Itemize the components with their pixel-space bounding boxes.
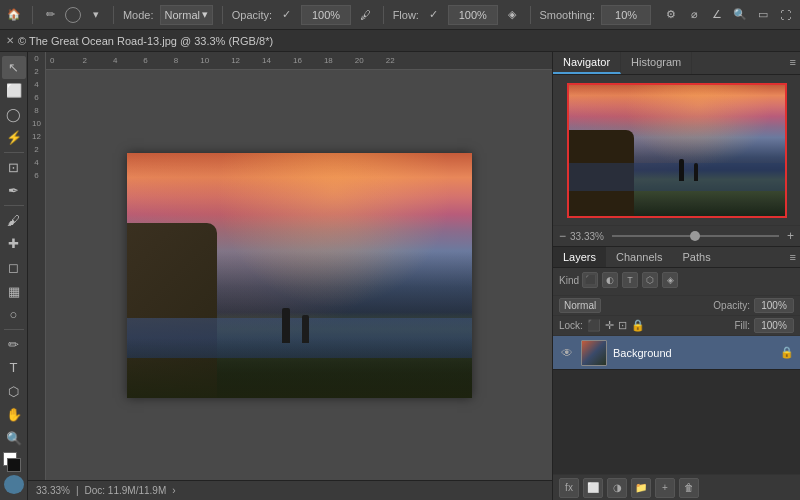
opacity-icon[interactable]: 🖋: [357, 5, 374, 25]
new-group-button[interactable]: 📁: [631, 478, 651, 498]
airbrush-icon[interactable]: ◈: [504, 5, 521, 25]
tab-paths[interactable]: Paths: [673, 247, 721, 267]
opacity-label: Opacity:: [232, 9, 272, 21]
lock-all-icon[interactable]: 🔒: [631, 319, 645, 332]
layer-visibility-icon[interactable]: 👁: [559, 346, 575, 360]
zoom-icon[interactable]: 🔍: [731, 5, 748, 25]
tool-dodge[interactable]: ○: [2, 303, 26, 326]
add-mask-button[interactable]: ⬜: [583, 478, 603, 498]
ruler-left: 0 2 4 6 8 10 12 2 4 6: [28, 52, 46, 500]
tab-channels[interactable]: Channels: [606, 247, 672, 267]
tool-crop[interactable]: ⊡: [2, 156, 26, 179]
opacity-pressure-icon[interactable]: ✓: [278, 5, 295, 25]
canvas-area: 0 2 4 6 8 10 12 14 16 18 20 22 0 2 4 6 8…: [28, 52, 552, 500]
tab-histogram[interactable]: Histogram: [621, 52, 692, 74]
window-icon[interactable]: ▭: [754, 5, 771, 25]
separator: [383, 6, 384, 24]
tool-brush[interactable]: 🖌: [2, 209, 26, 232]
blend-mode-dropdown[interactable]: Normal: [559, 298, 601, 313]
zoom-slider-track[interactable]: [612, 235, 779, 237]
main-layout: ↖ ⬜ ◯ ⚡ ⊡ ✒ 🖌 ✚ ◻ ▦ ○ ✏ T ⬡ ✋ 🔍 0 2 4 6: [0, 52, 800, 500]
background-color[interactable]: [7, 458, 21, 472]
expand-icon[interactable]: ⛶: [777, 5, 794, 25]
tool-type[interactable]: T: [2, 356, 26, 379]
tool-shape[interactable]: ⬡: [2, 380, 26, 403]
tool-move[interactable]: ↖: [2, 56, 26, 79]
navigator-tabs: Navigator Histogram ≡: [553, 52, 800, 75]
tool-hand[interactable]: ✋: [2, 403, 26, 426]
tool-select-rect[interactable]: ⬜: [2, 80, 26, 103]
ruler-top: 0 2 4 6 8 10 12 14 16 18 20 22: [46, 52, 552, 70]
brush-size-icon[interactable]: [64, 5, 81, 25]
status-separator: |: [76, 485, 79, 496]
kind-pixel-icon[interactable]: ⬛: [582, 272, 598, 288]
symmetry-icon[interactable]: ⌀: [686, 5, 703, 25]
mode-dropdown[interactable]: Normal ▾: [160, 5, 213, 25]
fill-value[interactable]: 100%: [754, 318, 794, 333]
smoothing-label: Smoothing:: [539, 9, 595, 21]
color-chips[interactable]: [3, 452, 25, 473]
navigator-menu-icon[interactable]: ≡: [786, 52, 800, 74]
lock-pixels-icon[interactable]: ⬛: [587, 319, 601, 332]
kind-adj-icon[interactable]: ◐: [602, 272, 618, 288]
tab-layers[interactable]: Layers: [553, 247, 606, 267]
lock-artboard-icon[interactable]: ⊡: [618, 319, 627, 332]
settings-icon[interactable]: ⚙: [663, 5, 680, 25]
canvas-content: [46, 70, 552, 480]
tab-navigator[interactable]: Navigator: [553, 52, 621, 74]
layers-list: 👁 Background 🔒: [553, 336, 800, 474]
tool-eraser[interactable]: ◻: [2, 256, 26, 279]
ruler-tick: 0: [34, 52, 38, 65]
zoom-in-button[interactable]: +: [787, 229, 794, 243]
layer-row-background[interactable]: 👁 Background 🔒: [553, 336, 800, 370]
tool-zoom[interactable]: 🔍: [2, 427, 26, 450]
status-arrow: ›: [172, 485, 175, 496]
tool-gradient[interactable]: ▦: [2, 280, 26, 303]
lock-label: Lock:: [559, 320, 583, 331]
lock-move-icon[interactable]: ✛: [605, 319, 614, 332]
image-canvas[interactable]: [127, 153, 472, 398]
separator: [530, 6, 531, 24]
flow-input[interactable]: [448, 5, 498, 25]
nav-rock2: [694, 163, 698, 181]
tool-color-wheel[interactable]: [4, 475, 24, 494]
doc-size: Doc: 11.9M/11.9M: [85, 485, 167, 496]
home-icon[interactable]: 🏠: [6, 5, 23, 25]
tab-label[interactable]: © The Great Ocean Road-13.jpg @ 33.3% (R…: [18, 35, 273, 47]
brush-icon[interactable]: ✏: [42, 5, 59, 25]
layer-lock-icon: 🔒: [780, 346, 794, 359]
tool-eyedropper[interactable]: ✒: [2, 180, 26, 203]
lock-row: Lock: ⬛ ✛ ⊡ 🔒 Fill: 100%: [553, 316, 800, 336]
add-style-button[interactable]: fx: [559, 478, 579, 498]
angle-icon[interactable]: ∠: [709, 5, 726, 25]
blend-row: Normal Opacity: 100%: [553, 296, 800, 316]
kind-smart-icon[interactable]: ◈: [662, 272, 678, 288]
zoom-slider-thumb[interactable]: [690, 231, 700, 241]
layer-name: Background: [613, 347, 774, 359]
tool-pen[interactable]: ✏: [2, 333, 26, 356]
smoothing-input[interactable]: [601, 5, 651, 25]
layers-menu-icon[interactable]: ≡: [786, 247, 800, 267]
navigator-zoom: − 33.33% +: [553, 225, 800, 246]
flow-pressure-icon[interactable]: ✓: [425, 5, 442, 25]
tool-clone[interactable]: ✚: [2, 233, 26, 256]
new-layer-button[interactable]: +: [655, 478, 675, 498]
opacity-value[interactable]: 100%: [754, 298, 794, 313]
top-toolbar: 🏠 ✏ ▾ Mode: Normal ▾ Opacity: ✓ 🖋 Flow: …: [0, 0, 800, 30]
separator: [222, 6, 223, 24]
new-adjustment-button[interactable]: ◑: [607, 478, 627, 498]
tool-quick-select[interactable]: ⚡: [2, 127, 26, 150]
tab-close-button[interactable]: ✕: [6, 35, 14, 46]
ruler-tick: 4: [34, 78, 38, 91]
zoom-out-button[interactable]: −: [559, 229, 566, 243]
kind-row: Kind ⬛ ◐ T ⬡ ◈: [559, 272, 794, 288]
status-bar: 33.33% | Doc: 11.9M/11.9M ›: [28, 480, 552, 500]
kind-shape-icon[interactable]: ⬡: [642, 272, 658, 288]
delete-layer-button[interactable]: 🗑: [679, 478, 699, 498]
foliage-element: [127, 338, 472, 398]
opacity-input[interactable]: [301, 5, 351, 25]
brush-settings-icon[interactable]: ▾: [87, 5, 104, 25]
tab-bar: ✕ © The Great Ocean Road-13.jpg @ 33.3% …: [0, 30, 800, 52]
tool-lasso[interactable]: ◯: [2, 103, 26, 126]
kind-type-icon[interactable]: T: [622, 272, 638, 288]
